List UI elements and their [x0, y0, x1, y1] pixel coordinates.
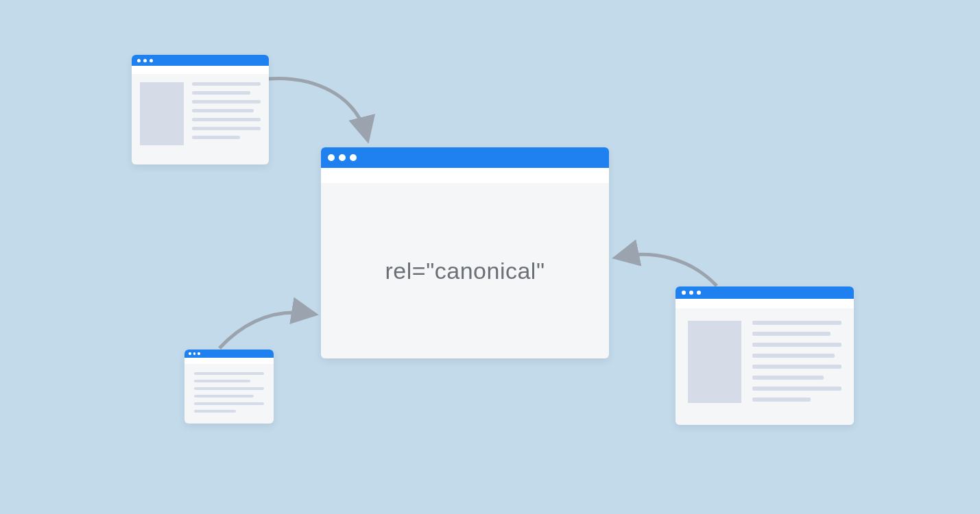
- window-dot-icon: [682, 291, 686, 295]
- duplicate-window-bottomright: [676, 286, 854, 425]
- canonical-text: rel="canonical": [385, 258, 545, 284]
- window-dot-icon: [328, 154, 335, 161]
- duplicate-window-bottomleft: [184, 350, 274, 424]
- window-titlebar: [184, 350, 274, 358]
- window-dot-icon: [689, 291, 693, 295]
- window-dot-icon: [189, 352, 191, 355]
- window-titlebar: [676, 286, 854, 299]
- content-text-placeholder: [194, 372, 264, 417]
- window-addressbar: [321, 168, 609, 183]
- content-text-placeholder: [752, 321, 841, 408]
- duplicate-window-topleft: [132, 55, 269, 164]
- window-dot-icon: [150, 59, 153, 62]
- window-dot-icon: [350, 154, 357, 161]
- window-content: [132, 74, 269, 153]
- window-titlebar: [321, 147, 609, 168]
- window-content: [184, 364, 274, 424]
- window-dot-icon: [193, 352, 196, 355]
- arrow-bottomleft-to-main: [213, 295, 322, 356]
- window-dot-icon: [697, 291, 701, 295]
- window-addressbar: [184, 358, 274, 364]
- window-dot-icon: [339, 154, 346, 161]
- arrow-topleft-to-main: [261, 72, 384, 147]
- window-content: [676, 308, 854, 421]
- window-titlebar: [132, 55, 269, 66]
- window-addressbar: [676, 299, 854, 308]
- content-text-placeholder: [192, 82, 261, 145]
- content-thumbnail-placeholder: [688, 321, 741, 403]
- canonical-window: rel="canonical": [321, 147, 609, 358]
- window-dot-icon: [137, 59, 141, 62]
- window-addressbar: [132, 66, 269, 74]
- canonical-content: rel="canonical": [321, 183, 609, 358]
- window-dot-icon: [198, 352, 200, 355]
- content-thumbnail-placeholder: [140, 82, 184, 145]
- window-dot-icon: [143, 59, 147, 62]
